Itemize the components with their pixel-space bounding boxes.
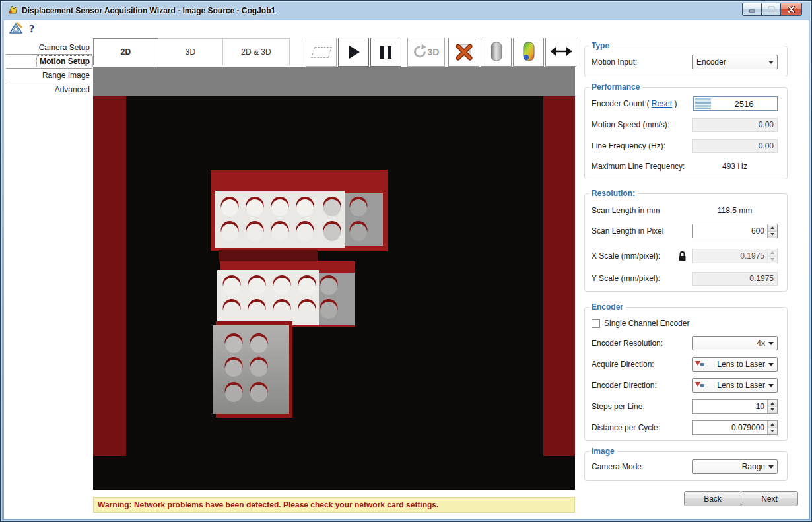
distance-per-cycle-label: Distance per Cycle: [592,423,692,432]
fit-width-button[interactable] [545,38,576,67]
view-tabs: 2D 3D 2D & 3D [93,38,290,65]
play-button[interactable] [338,38,369,67]
encoder-count-label: Encoder Count:( Reset ) [592,99,693,108]
single-channel-checkbox[interactable] [592,319,600,328]
dashed-region-icon [311,47,332,58]
single-channel-label: Single Channel Encoder [604,319,689,328]
motion-speed-field: 0.00 [692,118,778,132]
network-warning-bar: Warning: Network problems have been dete… [93,497,575,513]
range-image [93,67,575,490]
double-arrow-icon [550,46,572,59]
chevron-down-icon [768,342,774,348]
sidebar-item-range-image[interactable]: Range Image [6,69,92,82]
max-line-frequency-label: Maximum Line Frequency: [592,162,692,171]
chevron-down-icon [768,384,774,390]
encoder-direction-select[interactable]: Lens to Laser [692,378,778,393]
tab-3d[interactable]: 3D [158,38,223,65]
group-type-title: Type [589,41,612,50]
chevron-down-icon [768,465,774,471]
region-tool-button[interactable] [306,38,337,67]
y-scale-field: 0.1975 [692,272,778,286]
acquisition-toolbar: 3D [306,38,576,67]
sidebar-item-camera-setup[interactable]: Camera Setup [6,41,92,55]
distance-per-cycle-stepper[interactable]: 0.079000 [692,420,778,435]
spin-down-icon [767,257,777,263]
scan-length-pixel-stepper[interactable]: 600 [692,224,778,238]
red-x-icon [455,42,473,63]
tab-2d-and-3d[interactable]: 2D & 3D [222,38,290,65]
group-resolution-title: Resolution: [589,189,638,198]
minimize-button[interactable] [742,3,762,16]
camera-mode-select[interactable]: Range [692,459,778,474]
scan-length-pixel-label: Scan Length in Pixel [592,226,692,236]
next-button[interactable]: Next [741,491,798,506]
app-icon [7,5,19,16]
group-encoder-title: Encoder [589,302,626,311]
spin-up-icon[interactable] [767,400,777,407]
gray-surface-icon [490,41,503,64]
close-button[interactable] [780,3,802,16]
encoder-resolution-select[interactable]: 4x [692,336,778,350]
wizard-window: Displacement Sensor Acquisition Wizard -… [0,0,812,522]
maximize-button[interactable] [761,3,781,16]
scan-length-mm-label: Scan Length in mm [592,206,692,215]
lock-icon[interactable] [678,251,687,261]
acquire-direction-select[interactable]: Lens to Laser [692,357,778,372]
steps-per-line-label: Steps per Line: [592,402,692,411]
rotate-arrow-icon [413,44,426,61]
tab-2d[interactable]: 2D [93,38,158,65]
chevron-down-icon [768,363,774,369]
rotate-3d-button[interactable]: 3D [407,38,445,67]
sidebar-item-motion-setup[interactable]: Motion Setup [6,55,92,69]
spin-down-icon[interactable] [767,407,777,414]
x-scale-label: X Scale (mm/pixel): [592,251,678,261]
group-encoder: Encoder Single Channel Encoder Encoder R… [584,307,788,441]
color-surface-icon [522,41,535,64]
window-controls [743,3,802,16]
steps-per-line-stepper[interactable]: 10 [692,399,778,414]
group-type: Type Motion Input: Encoder [584,46,788,77]
encoder-resolution-label: Encoder Resolution: [592,339,692,348]
motion-input-select[interactable]: Encoder [692,55,778,69]
y-scale-label: Y Scale (mm/pixel): [592,274,692,283]
spin-down-icon[interactable] [767,428,777,435]
group-performance: Performance Encoder Count:( Reset ) 2516… [584,87,788,179]
group-image: Image Camera Mode: Range [584,451,788,481]
pause-button[interactable] [370,38,401,67]
scan-length-mm-value: 118.5 mm [692,206,778,215]
acquire-direction-label: Acquire Direction: [592,360,692,369]
lens-to-laser-icon [694,360,705,370]
line-frequency-label: Line Frequency (Hz): [592,141,692,150]
help-icon[interactable]: ? [29,22,35,36]
minimize-icon [749,7,756,13]
encoder-count-field[interactable]: 2516 [693,96,778,111]
warning-text: Warning: Network problems have been dete… [98,500,438,509]
encoder-count-thumbnail-icon [695,98,711,109]
spin-up-icon[interactable] [767,421,777,428]
render-grayscale-button[interactable] [481,38,512,67]
sidebar-item-advanced[interactable]: Advanced [6,82,92,96]
lens-to-laser-icon [694,381,705,391]
spin-up-icon[interactable] [767,224,777,232]
pause-icon [380,46,391,59]
rotate-3d-label: 3D [428,47,440,57]
group-image-title: Image [589,447,617,456]
remove-overlay-button[interactable] [448,38,479,67]
line-frequency-field: 0.00 [692,139,778,153]
spin-down-icon[interactable] [767,232,777,238]
range-image-display [93,67,575,490]
reset-link[interactable]: Reset [652,99,672,108]
x-scale-stepper: 0.1975 [692,249,778,263]
close-icon [788,6,795,13]
chevron-down-icon [768,61,774,67]
group-performance-title: Performance [589,82,642,92]
wizard-step-list: Camera Setup Motion Setup Range Image Ad… [6,41,92,96]
measure-tool-icon[interactable] [9,22,23,37]
max-line-frequency-value: 493 Hz [692,162,778,171]
window-title: Displacement Sensor Acquisition Wizard -… [22,6,275,15]
maximize-icon [768,6,775,13]
spin-up-icon [767,249,777,257]
render-color-button[interactable] [513,38,544,67]
motion-speed-label: Motion Speed (mm/s): [592,120,692,129]
back-button[interactable]: Back [684,491,741,506]
